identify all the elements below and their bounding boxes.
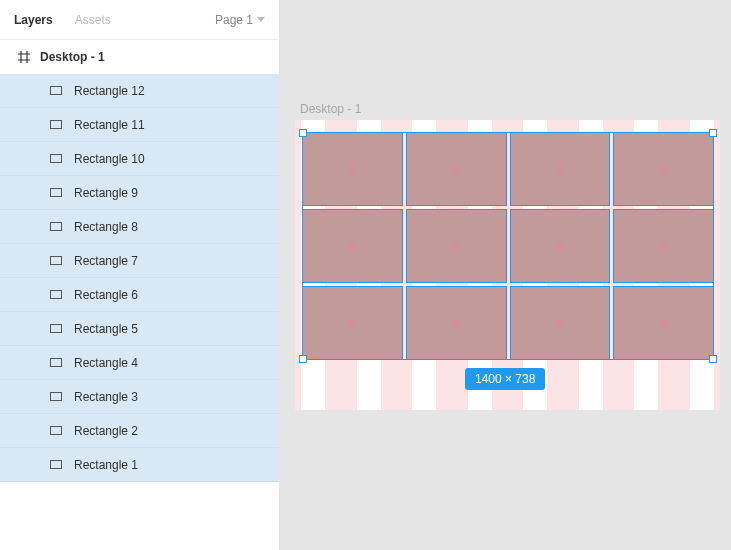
canvas-rectangle[interactable] bbox=[510, 132, 611, 206]
tab-layers[interactable]: Layers bbox=[14, 13, 53, 27]
layer-row[interactable]: Rectangle 6 bbox=[0, 278, 279, 312]
frame-layer-desktop-1[interactable]: Desktop - 1 bbox=[0, 40, 279, 74]
rectangle-icon bbox=[50, 188, 62, 197]
panel-header: Layers Assets Page 1 bbox=[0, 0, 279, 40]
rectangle-icon bbox=[50, 290, 62, 299]
layer-label: Rectangle 11 bbox=[74, 118, 145, 132]
selection-size-badge: 1400 × 738 bbox=[465, 368, 545, 390]
page-selector-label: Page 1 bbox=[215, 13, 253, 27]
canvas-rectangle[interactable] bbox=[406, 209, 507, 283]
page-selector[interactable]: Page 1 bbox=[215, 13, 265, 27]
canvas-frame-label[interactable]: Desktop - 1 bbox=[300, 102, 361, 116]
layer-row[interactable]: Rectangle 2 bbox=[0, 414, 279, 448]
layer-label: Rectangle 2 bbox=[74, 424, 138, 438]
layer-row[interactable]: Rectangle 9 bbox=[0, 176, 279, 210]
canvas[interactable]: Desktop - 1 1400 × 738 bbox=[280, 0, 731, 550]
rectangle-icon bbox=[50, 324, 62, 333]
layer-row[interactable]: Rectangle 3 bbox=[0, 380, 279, 414]
canvas-rectangle[interactable] bbox=[302, 286, 403, 360]
layer-list[interactable]: Rectangle 12Rectangle 11Rectangle 10Rect… bbox=[0, 74, 279, 550]
canvas-rectangle[interactable] bbox=[406, 286, 507, 360]
rectangle-icon bbox=[50, 86, 62, 95]
rectangle-icon bbox=[50, 426, 62, 435]
layer-label: Rectangle 8 bbox=[74, 220, 138, 234]
rectangle-icon bbox=[50, 222, 62, 231]
selected-rectangles[interactable] bbox=[302, 132, 714, 360]
canvas-rectangle[interactable] bbox=[302, 209, 403, 283]
layer-row[interactable]: Rectangle 4 bbox=[0, 346, 279, 380]
rectangle-icon bbox=[50, 392, 62, 401]
canvas-rectangle[interactable] bbox=[510, 286, 611, 360]
rectangle-icon bbox=[50, 154, 62, 163]
rectangle-icon bbox=[50, 120, 62, 129]
rectangle-icon bbox=[50, 256, 62, 265]
layer-label: Rectangle 12 bbox=[74, 84, 145, 98]
canvas-rectangle[interactable] bbox=[613, 132, 714, 206]
layer-label: Rectangle 9 bbox=[74, 186, 138, 200]
canvas-rectangle[interactable] bbox=[406, 132, 507, 206]
frame-layer-label: Desktop - 1 bbox=[40, 50, 105, 64]
layer-label: Rectangle 4 bbox=[74, 356, 138, 370]
tab-assets[interactable]: Assets bbox=[75, 13, 111, 27]
layer-label: Rectangle 6 bbox=[74, 288, 138, 302]
layer-row[interactable]: Rectangle 12 bbox=[0, 74, 279, 108]
rectangle-icon bbox=[50, 460, 62, 469]
layer-row[interactable]: Rectangle 11 bbox=[0, 108, 279, 142]
frame-icon bbox=[18, 51, 30, 63]
chevron-down-icon bbox=[257, 17, 265, 22]
canvas-rectangle[interactable] bbox=[510, 209, 611, 283]
layer-row[interactable]: Rectangle 8 bbox=[0, 210, 279, 244]
layer-label: Rectangle 1 bbox=[74, 458, 138, 472]
layer-row[interactable]: Rectangle 1 bbox=[0, 448, 279, 482]
layer-row[interactable]: Rectangle 10 bbox=[0, 142, 279, 176]
layer-label: Rectangle 10 bbox=[74, 152, 145, 166]
canvas-rectangle[interactable] bbox=[302, 132, 403, 206]
layers-panel: Layers Assets Page 1 Desktop - 1 Rectang… bbox=[0, 0, 280, 550]
layer-label: Rectangle 7 bbox=[74, 254, 138, 268]
canvas-rectangle[interactable] bbox=[613, 209, 714, 283]
rectangle-icon bbox=[50, 358, 62, 367]
canvas-rectangle[interactable] bbox=[613, 286, 714, 360]
layer-label: Rectangle 5 bbox=[74, 322, 138, 336]
layer-row[interactable]: Rectangle 7 bbox=[0, 244, 279, 278]
layer-label: Rectangle 3 bbox=[74, 390, 138, 404]
layer-row[interactable]: Rectangle 5 bbox=[0, 312, 279, 346]
